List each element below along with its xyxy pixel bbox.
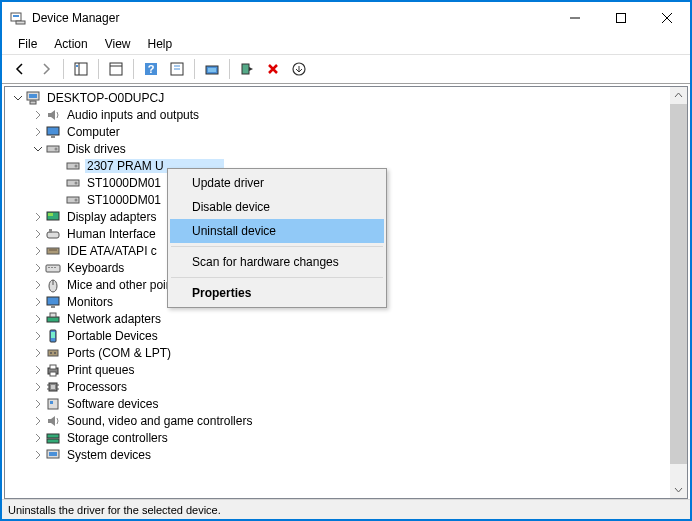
computer-icon (25, 90, 41, 106)
expander-icon[interactable] (31, 312, 44, 325)
scroll-up-button[interactable] (670, 87, 687, 104)
expander-icon[interactable] (31, 431, 44, 444)
toolbar-separator (63, 59, 64, 79)
tree-node-ports[interactable]: Ports (COM & LPT) (5, 344, 687, 361)
expander-icon[interactable] (31, 227, 44, 240)
menu-action[interactable]: Action (46, 35, 95, 53)
expander-icon[interactable] (31, 448, 44, 461)
expander-icon[interactable] (31, 142, 44, 155)
help-button[interactable]: ? (139, 57, 163, 81)
tree-node-storage[interactable]: Storage controllers (5, 429, 687, 446)
tree-node-printqueues[interactable]: Print queues (5, 361, 687, 378)
window-controls (552, 2, 690, 34)
svg-rect-36 (47, 232, 59, 238)
titlebar: Device Manager (2, 2, 690, 34)
tree-node-network[interactable]: Network adapters (5, 310, 687, 327)
expander-icon[interactable] (31, 414, 44, 427)
tree-node-portable[interactable]: Portable Devices (5, 327, 687, 344)
menu-help[interactable]: Help (140, 35, 181, 53)
scroll-down-button[interactable] (670, 481, 687, 498)
tree-label: Processors (65, 380, 129, 394)
expander-icon[interactable] (31, 108, 44, 121)
tree-node-diskdrives[interactable]: Disk drives (5, 140, 687, 157)
toolbar-separator (98, 59, 99, 79)
scroll-thumb[interactable] (670, 104, 687, 464)
expander-icon[interactable] (31, 329, 44, 342)
maximize-button[interactable] (598, 2, 644, 34)
disable-button[interactable] (287, 57, 311, 81)
expander-icon[interactable] (31, 278, 44, 291)
spacer (51, 176, 64, 189)
expander-icon[interactable] (31, 210, 44, 223)
toolbar-separator (229, 59, 230, 79)
network-icon (45, 311, 61, 327)
monitor-icon (45, 124, 61, 140)
expander-icon[interactable] (11, 91, 24, 104)
menu-view[interactable]: View (97, 35, 139, 53)
svg-rect-49 (50, 313, 56, 317)
spacer (51, 159, 64, 172)
svg-rect-65 (50, 401, 53, 404)
tree-label: ST1000DM01 (85, 193, 163, 207)
tree-node-sound[interactable]: Sound, video and game controllers (5, 412, 687, 429)
portable-icon (45, 328, 61, 344)
scroll-track[interactable] (670, 464, 687, 481)
svg-rect-24 (47, 127, 59, 135)
toolbar-separator (194, 59, 195, 79)
tree-label: Human Interface (65, 227, 158, 241)
show-hide-tree-button[interactable] (69, 57, 93, 81)
disk-icon (65, 158, 81, 174)
ctx-properties[interactable]: Properties (170, 281, 384, 305)
ctx-disable-device[interactable]: Disable device (170, 195, 384, 219)
uninstall-button[interactable] (261, 57, 285, 81)
scan-hardware-button[interactable] (200, 57, 224, 81)
svg-rect-43 (54, 267, 56, 268)
ide-icon (45, 243, 61, 259)
properties-button[interactable] (104, 57, 128, 81)
expander-icon[interactable] (31, 261, 44, 274)
vertical-scrollbar[interactable] (670, 87, 687, 498)
cpu-icon (45, 379, 61, 395)
sound-icon (45, 413, 61, 429)
svg-rect-19 (242, 64, 249, 74)
forward-button[interactable] (34, 57, 58, 81)
svg-point-33 (75, 198, 78, 201)
update-driver-button[interactable] (235, 57, 259, 81)
expander-icon[interactable] (31, 346, 44, 359)
svg-rect-69 (49, 452, 57, 456)
close-button[interactable] (644, 2, 690, 34)
expander-icon[interactable] (31, 397, 44, 410)
expander-icon[interactable] (31, 295, 44, 308)
menu-file[interactable]: File (10, 35, 45, 53)
tree-label: ST1000DM01 (85, 176, 163, 190)
expander-icon[interactable] (31, 363, 44, 376)
expander-icon[interactable] (31, 380, 44, 393)
svg-rect-35 (48, 213, 53, 216)
back-button[interactable] (8, 57, 32, 81)
context-menu: Update driver Disable device Uninstall d… (167, 168, 387, 308)
expander-icon[interactable] (31, 244, 44, 257)
tree-node-computer[interactable]: Computer (5, 123, 687, 140)
tree-node-audio[interactable]: Audio inputs and outputs (5, 106, 687, 123)
tree-node-software[interactable]: Software devices (5, 395, 687, 412)
tree-node-system[interactable]: System devices (5, 446, 687, 463)
ctx-uninstall-device[interactable]: Uninstall device (170, 219, 384, 243)
tree-label: Print queues (65, 363, 136, 377)
ctx-update-driver[interactable]: Update driver (170, 171, 384, 195)
spacer (51, 193, 64, 206)
svg-point-31 (75, 181, 78, 184)
tree-node-processors[interactable]: Processors (5, 378, 687, 395)
printer-icon (45, 362, 61, 378)
svg-rect-38 (47, 248, 59, 254)
svg-point-29 (75, 164, 78, 167)
tree-root-row[interactable]: DESKTOP-O0DUPCJ (5, 89, 687, 106)
tree-label: Audio inputs and outputs (65, 108, 201, 122)
ctx-separator (171, 277, 383, 278)
minimize-button[interactable] (552, 2, 598, 34)
svg-rect-48 (47, 317, 59, 322)
expander-icon[interactable] (31, 125, 44, 138)
action-button[interactable] (165, 57, 189, 81)
ctx-scan-hardware[interactable]: Scan for hardware changes (170, 250, 384, 274)
keyboard-icon (45, 260, 61, 276)
svg-point-53 (50, 352, 52, 354)
